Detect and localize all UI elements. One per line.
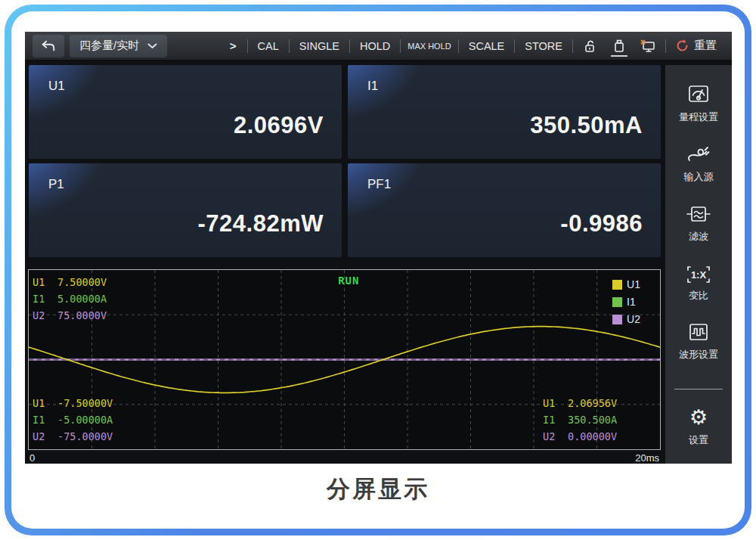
store-button[interactable]: STORE [515,40,572,52]
time-axis-end: 20ms [635,452,659,464]
legend-item-u2: U2 [612,311,640,328]
tile-label: I1 [367,79,378,94]
legend-label: I1 [627,293,636,311]
tile-p1[interactable]: P1 -724.82mW [29,163,342,257]
tile-value: 350.50mA [530,112,643,139]
reset-button[interactable]: 重置 [666,39,724,53]
waveform-plot[interactable]: U17.50000V I15.00000A U275.0000V RUN U1 … [28,269,661,450]
legend-label: U2 [627,311,640,328]
sidebar-item-label: 变比 [689,289,708,303]
sidebar-item-label: 设置 [689,433,708,447]
screenshot-root: 四参量/实时 > CAL SINGLE HOLD MAX HOLD SCALE … [0,0,756,540]
gauge-icon [686,83,711,106]
legend-swatch-i1 [612,297,622,307]
waveform-icon [686,321,711,343]
run-status: RUN [338,275,359,287]
usb-storage-icon[interactable] [606,35,632,57]
cal-button[interactable]: CAL [248,40,289,52]
back-arrow-icon [41,39,56,53]
tile-pf1[interactable]: PF1 -0.9986 [348,163,661,257]
sidebar-item-waveform-settings[interactable]: 波形设置 [679,321,718,362]
sidebar-item-filter[interactable]: 滤波 [686,203,711,244]
tile-label: PF1 [367,177,391,192]
legend-item-u1: U1 [612,276,640,293]
tile-u1[interactable]: U1 2.0696V [29,65,342,159]
live-readings-block: U12.06956V I1350.500A U20.00000V [543,395,637,445]
chevron-down-icon [147,43,157,49]
plug-icon [686,143,711,166]
gear-icon: ⚙ [689,406,708,429]
legend-swatch-u2 [612,315,622,324]
toolbar: 四参量/实时 > CAL SINGLE HOLD MAX HOLD SCALE … [25,32,732,61]
reset-label: 重置 [694,39,717,53]
expand-button[interactable]: > [219,39,247,52]
ratio-icon: 1:X [686,265,711,284]
svg-text:1:X: 1:X [691,269,707,281]
refresh-icon [675,39,689,53]
status-icon-group [573,35,665,57]
sidebar-item-label: 滤波 [689,230,708,244]
mode-dropdown-label: 四参量/实时 [79,39,139,53]
max-hold-button[interactable]: MAX HOLD [401,42,457,51]
hold-button[interactable]: HOLD [350,40,400,52]
unlocked-icon[interactable] [578,35,603,57]
tile-value: -0.9986 [560,210,643,237]
tile-i1[interactable]: I1 350.50mA [348,65,661,159]
network-disconnected-icon[interactable] [635,35,661,57]
page-caption: 分屏显示 [0,473,756,505]
measurement-grid: U1 2.0696V I1 350.50mA P1 -724.82mW PF1 … [29,65,661,257]
single-button[interactable]: SINGLE [290,40,349,52]
tile-value: -724.82mW [198,210,324,237]
legend-label: U1 [627,276,640,293]
waveform-legend: U1 I1 U2 [612,276,640,328]
sidebar-item-range-settings[interactable]: 量程设置 [679,83,718,124]
scale-button[interactable]: SCALE [459,40,515,52]
tile-label: P1 [48,177,64,192]
sidebar-item-input-source[interactable]: 输入源 [684,143,714,184]
scale-min-block: U1-7.50000V I1-5.00000A U2-75.0000V [33,395,127,445]
sidebar-item-settings[interactable]: ⚙ 设置 [689,406,708,447]
instrument-screen: 四参量/实时 > CAL SINGLE HOLD MAX HOLD SCALE … [25,32,732,464]
tile-value: 2.0696V [234,112,324,139]
back-button[interactable] [33,35,64,57]
sidebar-item-label: 量程设置 [679,110,718,124]
time-axis: 0 20ms [28,452,661,464]
time-axis-start: 0 [29,452,35,464]
tile-label: U1 [48,79,65,94]
filter-icon [686,203,711,225]
sidebar-item-label: 输入源 [684,170,714,184]
sidebar: 量程设置 输入源 [665,65,732,464]
sidebar-item-label: 波形设置 [679,348,718,362]
scale-max-block: U17.50000V I15.00000A U275.0000V [33,274,127,324]
legend-item-i1: I1 [612,293,640,311]
sidebar-item-ratio[interactable]: 1:X 变比 [686,265,711,303]
legend-swatch-u1 [612,280,622,290]
sidebar-divider [674,389,723,389]
mode-dropdown[interactable]: 四参量/实时 [70,35,167,57]
